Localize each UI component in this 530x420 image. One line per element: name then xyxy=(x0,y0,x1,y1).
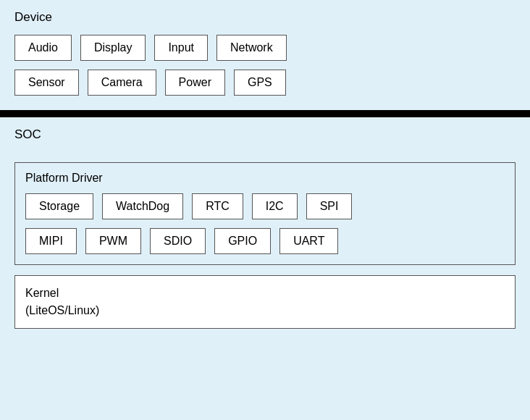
chip-spi: SPI xyxy=(306,193,353,219)
chip-network: Network xyxy=(216,35,287,61)
chip-sdio: SDIO xyxy=(150,228,206,254)
divider xyxy=(0,110,530,117)
device-label: Device xyxy=(14,10,516,25)
chip-gpio: GPIO xyxy=(214,228,271,254)
chip-i2c: I2C xyxy=(252,193,298,219)
chip-audio: Audio xyxy=(14,35,72,61)
platform-row-2: MIPI PWM SDIO GPIO UART xyxy=(25,228,505,254)
chip-watchdog: WatchDog xyxy=(102,193,183,219)
device-row-1: Audio Display Input Network xyxy=(14,35,516,61)
chip-display: Display xyxy=(80,35,146,61)
chip-storage: Storage xyxy=(25,193,93,219)
chip-rtc: RTC xyxy=(192,193,243,219)
kernel-label: Kernel(LiteOS/Linux) xyxy=(25,287,99,316)
device-row-2: Sensor Camera Power GPS xyxy=(14,70,516,96)
kernel-box: Kernel(LiteOS/Linux) xyxy=(14,275,516,329)
chip-camera: Camera xyxy=(88,70,156,96)
platform-driver-grid: Storage WatchDog RTC I2C SPI MIPI PWM SD… xyxy=(25,193,505,254)
device-section: Device Audio Display Input Network Senso… xyxy=(0,0,530,110)
chip-power: Power xyxy=(165,70,225,96)
chip-input: Input xyxy=(154,35,208,61)
chip-mipi: MIPI xyxy=(25,228,77,254)
chip-sensor: Sensor xyxy=(14,70,79,96)
chip-pwm: PWM xyxy=(85,228,141,254)
chip-uart: UART xyxy=(279,228,338,254)
device-chip-grid: Audio Display Input Network Sensor Camer… xyxy=(14,35,516,96)
soc-label: SOC xyxy=(14,127,516,142)
chip-gps: GPS xyxy=(234,70,286,96)
platform-row-1: Storage WatchDog RTC I2C SPI xyxy=(25,193,505,219)
platform-driver-box: Platform Driver Storage WatchDog RTC I2C… xyxy=(14,162,516,265)
platform-driver-label: Platform Driver xyxy=(25,172,505,185)
soc-section: SOC Platform Driver Storage WatchDog RTC… xyxy=(0,117,530,420)
